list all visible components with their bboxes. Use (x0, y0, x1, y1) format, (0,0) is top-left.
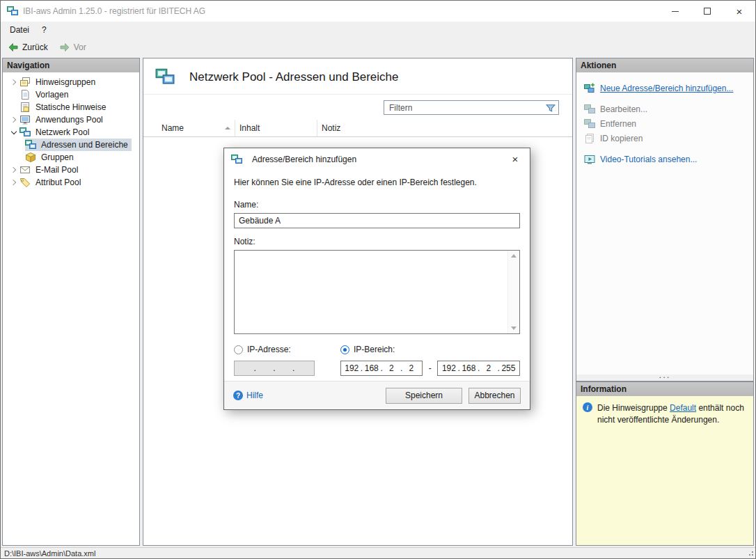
ip-address-input (234, 361, 315, 376)
information-panel: Information Die Hinweisgruppe Default en… (576, 381, 754, 546)
name-label: Name: (234, 200, 520, 210)
tree-item-email-pool[interactable]: E-Mail Pool (3, 164, 139, 176)
notes-group-icon (19, 77, 31, 88)
dialog-description: Hier können Sie eine IP-Adresse oder ein… (234, 178, 520, 187)
network-icon (25, 139, 36, 150)
tree-item-netzwerk-pool[interactable]: Netzwerk Pool (3, 126, 139, 139)
chevron-right-icon[interactable] (8, 177, 19, 188)
chevron-right-icon[interactable] (8, 77, 19, 88)
maximize-icon (704, 8, 711, 15)
information-header: Information (576, 382, 753, 396)
tree-item-attribut-pool[interactable]: Attribut Pool (3, 176, 139, 189)
notiz-textarea[interactable] (235, 251, 519, 333)
tree-item-statische-hinweise[interactable]: Statische Hinweise (3, 101, 139, 113)
chevron-down-icon[interactable] (8, 127, 19, 138)
monitor-icon (19, 114, 31, 125)
forward-button: Vor (54, 40, 91, 54)
navigation-header: Navigation (3, 58, 139, 72)
video-icon (584, 154, 595, 165)
minimize-button[interactable] (659, 1, 691, 22)
box-icon (25, 152, 36, 163)
close-button[interactable]: × (723, 1, 755, 22)
notiz-label: Notiz: (234, 237, 520, 246)
network-add-icon (584, 83, 595, 94)
dialog-footer: Hilfe Speichern Abbrechen (224, 381, 530, 409)
back-arrow-icon (8, 42, 19, 53)
statusbar: D:\IBI-aws\Admin\Data.xml (1, 547, 755, 558)
forward-arrow-icon (59, 42, 70, 53)
menubar: Datei ? (1, 22, 755, 38)
cancel-button[interactable]: Abbrechen (468, 388, 521, 404)
help-link[interactable]: Hilfe (233, 391, 263, 400)
dialog-close-button[interactable]: × (501, 148, 530, 170)
minimize-icon (672, 11, 679, 12)
toolbar: Zurück Vor (1, 38, 755, 56)
network-edit-icon (584, 104, 595, 115)
sort-ascending-icon (225, 127, 230, 129)
default-group-link[interactable]: Default (670, 403, 696, 413)
help-icon (233, 391, 243, 400)
chevron-right-icon[interactable] (8, 164, 19, 175)
save-button[interactable]: Speichern (386, 388, 462, 404)
menu-help[interactable]: ? (36, 22, 53, 38)
resize-grip[interactable] (746, 549, 753, 556)
action-add-address[interactable]: Neue Adresse/Bereich hinzufügen... (584, 81, 749, 95)
ip-range-end-input[interactable]: 1921682255 (437, 361, 520, 376)
ip-range-start-input[interactable]: 19216822 (340, 361, 423, 376)
actions-header: Aktionen (576, 58, 753, 72)
dialog-titlebar: Adresse/Bereich hinzufügen × (224, 148, 530, 170)
navigation-tree: Hinweisgruppen Vorlagen Statische Hinwei… (3, 72, 139, 189)
copy-icon (584, 133, 595, 144)
content-area: Navigation Hinweisgruppen Vorlagen (1, 56, 755, 547)
action-remove: Entfernen (584, 116, 749, 131)
radio-checked-icon[interactable] (340, 345, 349, 354)
information-box: Die Hinweisgruppe Default enthält noch n… (576, 396, 753, 545)
scroll-up-icon[interactable] (511, 251, 517, 258)
scroll-down-icon[interactable] (511, 326, 517, 333)
radio-unchecked-icon[interactable] (234, 345, 243, 354)
network-title-icon (155, 68, 175, 86)
column-header-name[interactable]: Name (157, 120, 235, 136)
filter-input[interactable] (384, 103, 558, 113)
filter-funnel-icon[interactable] (545, 102, 556, 113)
information-text: Die Hinweisgruppe Default enthält noch n… (597, 402, 747, 427)
ip-address-radio[interactable]: IP-Adresse: (234, 345, 340, 354)
right-panel: Aktionen Neue Adresse/Bereich hinzufügen… (576, 58, 754, 546)
tree-item-vorlagen[interactable]: Vorlagen (3, 88, 139, 101)
window-title: IBI-aws Admin 1.25.0 - registriert für I… (23, 6, 205, 16)
info-icon (583, 402, 592, 412)
action-video-tutorials[interactable]: Video-Tutorials ansehen... (584, 152, 749, 166)
envelope-icon (19, 164, 31, 175)
back-button[interactable]: Zurück (3, 40, 53, 54)
network-remove-icon (584, 118, 595, 129)
range-dash: - (423, 363, 437, 373)
tree-item-adressen-und-bereiche[interactable]: Adressen und Bereiche (3, 139, 139, 151)
panel-splitter[interactable]: ... (576, 375, 753, 381)
menu-datei[interactable]: Datei (3, 22, 36, 38)
app-icon (7, 6, 18, 17)
name-input[interactable] (234, 213, 520, 228)
column-header-inhalt[interactable]: Inhalt (235, 120, 317, 136)
document-icon (19, 89, 31, 100)
action-edit: Bearbeiten... (584, 102, 749, 116)
tree-item-gruppen[interactable]: Gruppen (3, 151, 139, 164)
tree-item-hinweisgruppen[interactable]: Hinweisgruppen (3, 76, 139, 88)
network-icon (19, 127, 31, 138)
action-copy-id: ID kopieren (584, 131, 749, 145)
static-note-icon (19, 102, 31, 113)
maximize-button[interactable] (691, 1, 723, 22)
scrollbar[interactable] (507, 251, 519, 333)
notiz-field (234, 250, 520, 334)
row-gutter (143, 120, 157, 136)
tree-item-anwendungs-pool[interactable]: Anwendungs Pool (3, 113, 139, 126)
navigation-panel: Navigation Hinweisgruppen Vorlagen (2, 58, 140, 546)
chevron-placeholder (8, 89, 19, 100)
chevron-right-icon[interactable] (8, 114, 19, 125)
ip-range-radio[interactable]: IP-Bereich: (340, 345, 395, 354)
app-window: IBI-aws Admin 1.25.0 - registriert für I… (0, 0, 756, 559)
titlebar: IBI-aws Admin 1.25.0 - registriert für I… (1, 1, 755, 22)
tag-icon (19, 177, 31, 188)
column-header-notiz[interactable]: Notiz (317, 120, 572, 136)
dialog-title: Adresse/Bereich hinzufügen (252, 155, 356, 164)
data-file-path: D:\IBI-aws\Admin\Data.xml (4, 549, 95, 558)
